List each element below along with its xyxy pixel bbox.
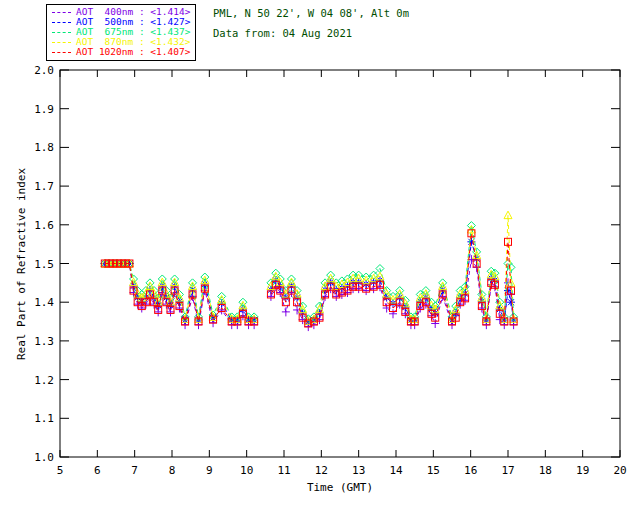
legend-line-swatch bbox=[52, 32, 71, 33]
x-tick-label: 20 bbox=[613, 464, 626, 477]
plot-frame bbox=[60, 70, 620, 457]
legend-line-swatch bbox=[52, 12, 71, 13]
x-tick-label: 14 bbox=[389, 464, 403, 477]
y-tick-label: 1.0 bbox=[34, 451, 54, 464]
x-tick-label: 12 bbox=[315, 464, 328, 477]
x-tick-label: 10 bbox=[240, 464, 253, 477]
y-tick-label: 1.4 bbox=[34, 296, 54, 309]
x-tick-label: 7 bbox=[131, 464, 138, 477]
legend-line-swatch bbox=[52, 22, 71, 23]
x-tick-label: 15 bbox=[427, 464, 440, 477]
x-tick-label: 19 bbox=[576, 464, 589, 477]
y-tick-label: 1.8 bbox=[34, 141, 54, 154]
header-date-line: Data from: 04 Aug 2021 bbox=[213, 27, 352, 39]
series-aot-675nm bbox=[101, 222, 518, 323]
y-tick-label: 1.1 bbox=[34, 412, 54, 425]
series-line bbox=[105, 242, 514, 322]
plus-marker bbox=[431, 319, 439, 328]
x-tick-label: 17 bbox=[501, 464, 514, 477]
x-tick-label: 16 bbox=[464, 464, 477, 477]
series-aot-870nm bbox=[101, 211, 518, 324]
x-tick-label: 11 bbox=[277, 464, 290, 477]
legend: AOT 400nm : <1.414>AOT 500nm : <1.427>AO… bbox=[46, 4, 196, 61]
y-tick-label: 1.9 bbox=[34, 103, 54, 116]
y-tick-label: 1.7 bbox=[34, 180, 54, 193]
y-tick-label: 1.6 bbox=[34, 219, 54, 232]
legend-line-swatch bbox=[52, 52, 71, 53]
y-tick-label: 1.2 bbox=[34, 374, 54, 387]
x-tick-label: 9 bbox=[206, 464, 213, 477]
x-tick-label: 8 bbox=[169, 464, 176, 477]
x-tick-label: 18 bbox=[539, 464, 552, 477]
y-tick-label: 1.3 bbox=[34, 335, 54, 348]
legend-label: AOT 1020nm : <1.407> bbox=[76, 47, 190, 57]
y-axis-label: Real Part of Refractive index bbox=[15, 168, 28, 360]
series-group bbox=[101, 211, 518, 331]
x-axis-label: Time (GMT) bbox=[307, 481, 373, 494]
x-tick-label: 6 bbox=[94, 464, 101, 477]
y-tick-label: 2.0 bbox=[34, 64, 54, 77]
chart-svg: 5678910111213141516171819201.01.11.21.31… bbox=[0, 0, 640, 512]
asterisk-marker bbox=[507, 298, 515, 306]
legend-row: AOT 1020nm : <1.407> bbox=[52, 47, 190, 57]
plot-page: PML, N 50 22', W 04 08', Alt 0m Data fro… bbox=[0, 0, 640, 512]
header-site-line: PML, N 50 22', W 04 08', Alt 0m bbox=[213, 7, 409, 19]
axes: 5678910111213141516171819201.01.11.21.31… bbox=[34, 64, 627, 477]
x-tick-label: 13 bbox=[352, 464, 365, 477]
x-tick-label: 5 bbox=[57, 464, 64, 477]
legend-line-swatch bbox=[52, 42, 71, 43]
plus-marker bbox=[282, 307, 290, 316]
y-tick-label: 1.5 bbox=[34, 258, 54, 271]
